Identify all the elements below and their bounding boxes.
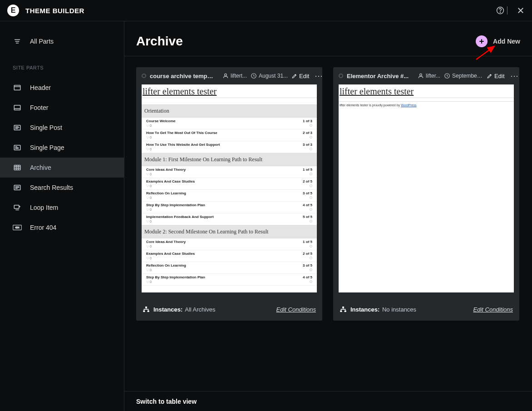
svg-rect-16 xyxy=(148,311,149,312)
card-date: August 31... xyxy=(251,73,288,79)
user-icon xyxy=(418,73,424,79)
card-header: course archive templa... liftert... Augu… xyxy=(136,67,322,84)
edit-button[interactable]: Edit xyxy=(291,73,309,79)
sidebar-item-single-post[interactable]: Single Post xyxy=(0,118,124,138)
edit-conditions-link[interactable]: Edit Conditions xyxy=(473,306,513,313)
svg-point-1 xyxy=(500,12,500,12)
top-bar: E THEME BUILDER xyxy=(0,0,532,21)
search-results-icon xyxy=(13,183,22,192)
more-options-button[interactable]: ⋯ xyxy=(313,72,322,80)
card-header: Elementor Archive #... lifter... Septemb… xyxy=(333,67,519,84)
footer-icon xyxy=(13,104,22,112)
clock-icon xyxy=(444,73,450,79)
sidebar-item-archive[interactable]: Archive xyxy=(0,158,124,178)
template-preview[interactable]: lifter elements testerOrientationCourse … xyxy=(142,84,317,292)
page-header: Archive Add New xyxy=(124,21,532,56)
sitemap-icon xyxy=(340,306,347,313)
edit-conditions-link[interactable]: Edit Conditions xyxy=(276,306,316,313)
instances-text: Instances: No instances xyxy=(350,306,416,313)
more-options-button[interactable]: ⋯ xyxy=(508,72,520,80)
card-date: September ... xyxy=(444,73,483,79)
pencil-icon xyxy=(487,73,493,79)
clock-icon xyxy=(251,73,257,79)
edit-button[interactable]: Edit xyxy=(487,73,504,79)
svg-point-17 xyxy=(420,74,422,76)
svg-rect-15 xyxy=(143,311,145,312)
status-dot xyxy=(339,74,343,78)
sidebar-item-label: Loop Item xyxy=(30,204,58,211)
card-title[interactable]: course archive templa... xyxy=(150,73,213,79)
svg-rect-3 xyxy=(14,105,20,110)
elementor-logo: E xyxy=(7,5,19,16)
pencil-icon xyxy=(291,73,297,79)
sidebar-item-footer[interactable]: Footer xyxy=(0,98,124,118)
svg-text:404: 404 xyxy=(15,226,20,229)
sidebar-item-label: All Parts xyxy=(30,38,54,45)
single-page-icon xyxy=(13,144,22,152)
error-404-icon: 404 xyxy=(13,224,22,231)
svg-rect-20 xyxy=(340,311,342,312)
sidebar-item-label: Archive xyxy=(30,164,51,171)
sidebar-item-search-results[interactable]: Search Results xyxy=(0,178,124,198)
close-icon[interactable] xyxy=(517,6,525,15)
user-icon xyxy=(222,73,229,79)
sidebar-item-loop-item[interactable]: Loop Item xyxy=(0,198,124,218)
switch-to-table-view[interactable]: Switch to table view xyxy=(136,398,197,405)
sidebar-item-label: Search Results xyxy=(30,184,73,191)
cards-grid: course archive templa... liftert... Augu… xyxy=(124,56,532,391)
page-title: Archive xyxy=(136,34,183,49)
template-preview[interactable]: lifter elements tester lifter elements t… xyxy=(339,84,514,292)
sidebar-item-label: Single Page xyxy=(30,144,64,151)
sitemap-icon xyxy=(143,306,150,313)
all-parts-icon xyxy=(13,37,22,45)
sidebar-item-label: Error 404 xyxy=(30,224,56,231)
svg-rect-2 xyxy=(14,85,20,90)
instances-text: Instances: All Archives xyxy=(153,306,215,313)
sidebar-item-label: Header xyxy=(30,84,51,91)
app-title: THEME BUILDER xyxy=(25,7,84,15)
header-icon xyxy=(13,84,22,92)
sidebar: All Parts SITE PARTS Header Footer Singl… xyxy=(0,21,124,411)
plus-icon xyxy=(476,35,488,47)
template-card: Elementor Archive #... lifter... Septemb… xyxy=(333,67,519,321)
loop-item-icon xyxy=(13,203,22,212)
divider xyxy=(507,6,507,15)
single-post-icon xyxy=(13,124,22,132)
main-area: Archive Add New course archive templa... xyxy=(124,21,532,411)
sidebar-section-label: SITE PARTS xyxy=(0,51,124,78)
sidebar-item-error-404[interactable]: 404 Error 404 xyxy=(0,218,124,238)
card-footer: Instances: No instances Edit Conditions xyxy=(333,298,519,321)
card-author: lifter... xyxy=(418,73,440,79)
archive-icon xyxy=(13,163,22,172)
svg-point-12 xyxy=(225,74,227,76)
card-footer: Instances: All Archives Edit Conditions xyxy=(136,298,322,321)
svg-rect-19 xyxy=(342,307,344,308)
card-title[interactable]: Elementor Archive #... xyxy=(347,73,409,79)
preview-site-title: lifter elements tester xyxy=(339,84,514,98)
sidebar-item-label: Single Post xyxy=(30,124,62,131)
status-dot xyxy=(142,74,146,78)
add-new-button[interactable]: Add New xyxy=(476,35,520,47)
template-card: course archive templa... liftert... Augu… xyxy=(136,67,322,321)
sidebar-item-all-parts[interactable]: All Parts xyxy=(0,31,124,51)
svg-rect-21 xyxy=(345,311,346,312)
svg-rect-6 xyxy=(14,165,20,170)
svg-rect-14 xyxy=(145,307,147,308)
sidebar-item-header[interactable]: Header xyxy=(0,78,124,98)
preview-powered-by: lifter elements tester is proudly powere… xyxy=(339,102,514,109)
add-new-label: Add New xyxy=(493,38,520,45)
sidebar-item-label: Footer xyxy=(30,104,48,111)
sidebar-item-single-page[interactable]: Single Page xyxy=(0,138,124,158)
bottom-bar: Switch to table view xyxy=(124,391,532,411)
svg-rect-8 xyxy=(14,205,19,209)
card-author: liftert... xyxy=(222,73,247,79)
help-icon[interactable] xyxy=(496,6,504,15)
